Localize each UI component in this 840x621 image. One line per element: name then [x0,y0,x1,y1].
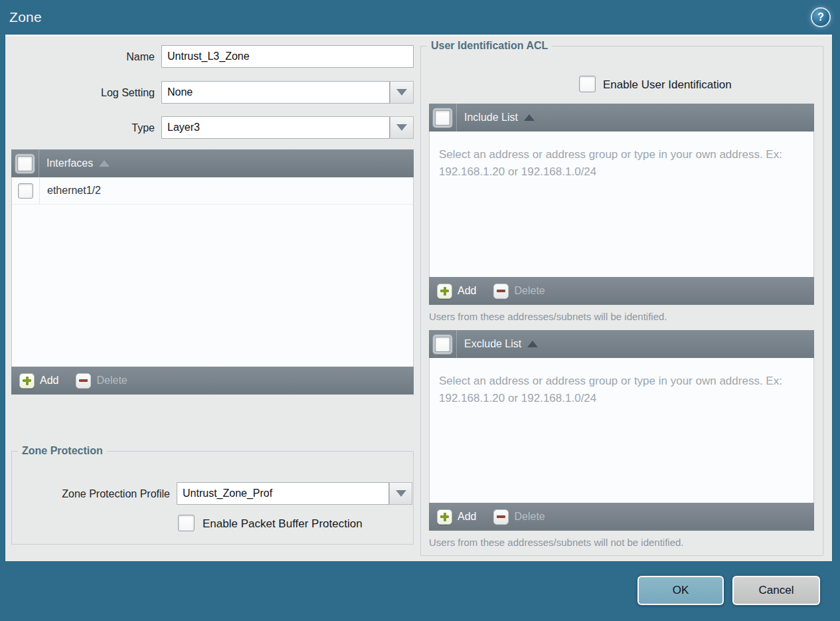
include-list-placeholder: Select an address or address group or ty… [430,132,813,181]
delete-button-label: Delete [514,511,545,523]
exclude-list-placeholder: Select an address or address group or ty… [430,358,813,407]
interfaces-column-header[interactable]: Interfaces [46,157,93,169]
exclude-list-panel: Exclude List Select an address or addres… [429,330,814,548]
dialog-body: Name Log Setting None Type Layer3 Interf… [5,35,832,561]
plus-icon [437,284,452,299]
exclude-header-cbcell [429,330,457,358]
include-header-cbcell [429,104,457,132]
user-id-acl-legend: User Identification ACL [427,40,552,52]
include-list-column-header[interactable]: Include List [464,112,518,124]
sort-asc-icon [524,114,535,121]
include-list-body[interactable]: Select an address or address group or ty… [429,132,814,277]
add-button-label: Add [40,375,58,387]
select-all-include-checkbox[interactable] [435,110,450,126]
chevron-down-icon [396,490,406,497]
type-label: Type [5,122,155,134]
add-exclude-button[interactable]: Add [437,509,476,525]
plus-icon [437,509,452,525]
exclude-list-header: Exclude List [429,330,814,358]
include-list-header: Include List [429,104,814,132]
type-dropdown-button[interactable] [390,116,414,139]
chevron-down-icon [396,89,407,96]
dialog-title: Zone [9,9,42,25]
exclude-list-footer: Add Delete [429,503,814,531]
help-icon[interactable]: ? [812,9,829,26]
interface-row-checkbox[interactable] [18,183,33,199]
interfaces-header: Interfaces [11,149,414,177]
select-all-exclude-checkbox[interactable] [435,337,450,352]
add-include-button[interactable]: Add [437,284,476,299]
zone-dialog: Zone ? Name Log Setting None Type Layer3… [0,0,840,621]
sort-asc-icon [527,341,538,347]
zone-protection-profile-label: Zone Protection Profile [19,488,170,500]
include-list-footer: Add Delete [429,277,814,305]
interfaces-header-cbcell [11,149,39,177]
add-button-label: Add [458,285,476,297]
zone-protection-profile-dropdown-button[interactable] [389,482,412,505]
exclude-list-column-header[interactable]: Exclude List [464,338,521,350]
minus-icon [76,373,91,389]
packet-buffer-protection-checkbox[interactable] [178,515,195,531]
cancel-button[interactable]: Cancel [732,576,820,605]
minus-icon [493,284,509,299]
include-list-caption: Users from these addresses/subnets will … [429,311,814,322]
ok-button[interactable]: OK [637,576,724,605]
zone-protection-profile-select[interactable]: Untrust_Zone_Prof [177,482,389,505]
interfaces-footer: Add Delete [11,367,414,395]
delete-button-label: Delete [96,375,127,387]
chevron-down-icon [396,124,407,131]
plus-icon [19,373,35,389]
delete-exclude-button[interactable]: Delete [493,509,545,525]
select-all-interfaces-checkbox[interactable] [17,156,33,171]
zone-protection-fieldset: Zone Protection Zone Protection Profile … [11,451,414,545]
delete-include-button[interactable]: Delete [493,284,545,299]
interfaces-body: ethernet1/2 [11,177,414,367]
user-id-acl-fieldset: User Identification ACL Enable User Iden… [420,46,823,556]
log-setting-dropdown-button[interactable] [390,81,414,104]
exclude-list-caption: Users from these addresses/subnets will … [429,537,814,548]
sort-asc-icon [99,160,110,167]
delete-interface-button[interactable]: Delete [76,373,127,389]
minus-icon [493,509,509,525]
log-setting-select[interactable]: None [161,81,390,104]
packet-buffer-protection-label: Enable Packet Buffer Protection [203,517,363,531]
interfaces-panel: Interfaces ethernet1/2 Add Dele [11,149,414,395]
add-interface-button[interactable]: Add [19,373,58,389]
interface-name: ethernet1/2 [47,185,101,197]
log-setting-label: Log Setting [5,87,155,99]
include-list-panel: Include List Select an address or addres… [429,104,814,322]
zone-protection-legend: Zone Protection [18,445,107,457]
exclude-list-body[interactable]: Select an address or address group or ty… [429,358,814,503]
row-cbcell [12,177,40,204]
enable-user-identification-checkbox[interactable] [579,76,596,92]
enable-user-identification-label: Enable User Identification [603,78,732,92]
add-button-label: Add [458,511,476,523]
table-row[interactable]: ethernet1/2 [12,177,413,205]
delete-button-label: Delete [514,285,545,297]
type-select[interactable]: Layer3 [161,116,390,139]
name-label: Name [5,51,155,63]
name-input[interactable] [161,45,414,68]
